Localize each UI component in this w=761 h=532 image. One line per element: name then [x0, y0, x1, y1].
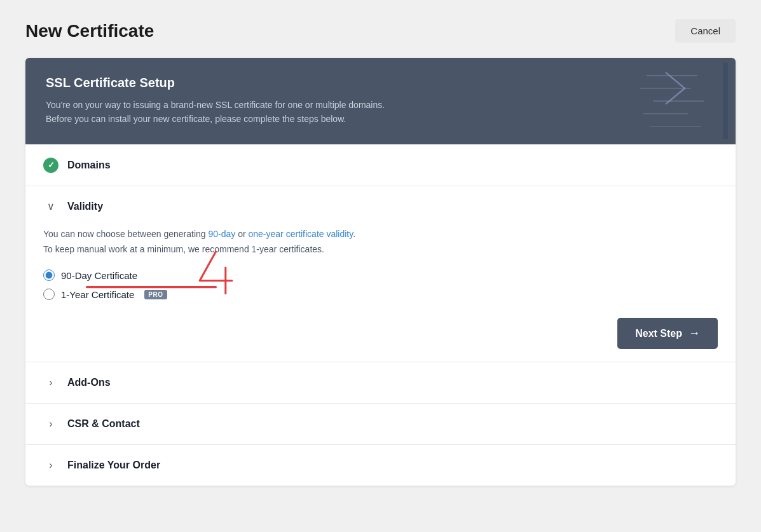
ssl-banner-title: SSL Certificate Setup	[46, 76, 715, 90]
radio-90day-input[interactable]	[43, 269, 55, 281]
link-90day[interactable]: 90-day	[208, 229, 235, 239]
csr-chevron-icon: ›	[43, 416, 58, 432]
domains-title: Domains	[67, 160, 111, 171]
domains-check-icon	[43, 158, 58, 173]
validity-body: You can now choose between generating 90…	[25, 227, 736, 318]
radio-1year-input[interactable]	[43, 289, 55, 300]
validity-footer: Next Step →	[25, 318, 736, 362]
page-title: New Certificate	[25, 21, 154, 41]
main-card: SSL Certificate Setup You're on your way…	[25, 58, 736, 486]
chevron-right-icon: ›	[49, 377, 52, 388]
csr-accordion-header[interactable]: › CSR & Contact	[25, 404, 736, 444]
cancel-button[interactable]: Cancel	[675, 19, 736, 43]
validity-radio-group: 90-Day Certificate 1-Year Certificate PR…	[43, 269, 718, 300]
validity-description: You can now choose between generating 90…	[43, 227, 718, 257]
chevron-right-icon-3: ›	[49, 460, 52, 471]
domains-accordion-header[interactable]: Domains	[25, 145, 736, 186]
addons-section: › Add-Ons	[25, 362, 736, 403]
validity-accordion-header[interactable]: ∨ Validity	[25, 186, 736, 227]
finalize-section: › Finalize Your Order	[25, 444, 736, 486]
next-step-arrow-icon: →	[689, 327, 700, 340]
chevron-right-icon-2: ›	[49, 418, 52, 430]
completed-check	[43, 158, 58, 173]
finalize-title: Finalize Your Order	[67, 460, 160, 471]
csr-section: › CSR & Contact	[25, 403, 736, 444]
radio-90day-label: 90-Day Certificate	[61, 270, 137, 281]
link-1year[interactable]: one-year certificate validity	[249, 229, 353, 239]
finalize-chevron-icon: ›	[43, 458, 58, 473]
next-step-label: Next Step	[635, 328, 682, 339]
addons-accordion-header[interactable]: › Add-Ons	[25, 362, 736, 403]
csr-title: CSR & Contact	[67, 418, 140, 430]
ssl-banner: SSL Certificate Setup You're on your way…	[25, 58, 736, 144]
radio-1year-option[interactable]: 1-Year Certificate PRO	[43, 289, 718, 300]
svg-rect-5	[723, 63, 728, 139]
chevron-down-icon: ∨	[47, 200, 55, 212]
validity-section: ∨ Validity You can now choose between ge…	[25, 186, 736, 362]
next-step-button[interactable]: Next Step →	[617, 318, 718, 349]
radio-90day-option[interactable]: 90-Day Certificate	[43, 269, 718, 281]
radio-1year-label: 1-Year Certificate	[61, 289, 134, 300]
domains-section: Domains	[25, 144, 736, 186]
finalize-accordion-header[interactable]: › Finalize Your Order	[25, 445, 736, 486]
addons-chevron-icon: ›	[43, 375, 58, 390]
addons-title: Add-Ons	[67, 377, 111, 388]
pro-badge: PRO	[144, 290, 167, 299]
ssl-banner-description: You're on your way to issuing a brand-ne…	[46, 98, 715, 126]
validity-chevron-icon: ∨	[43, 199, 58, 214]
validity-title: Validity	[67, 201, 103, 212]
